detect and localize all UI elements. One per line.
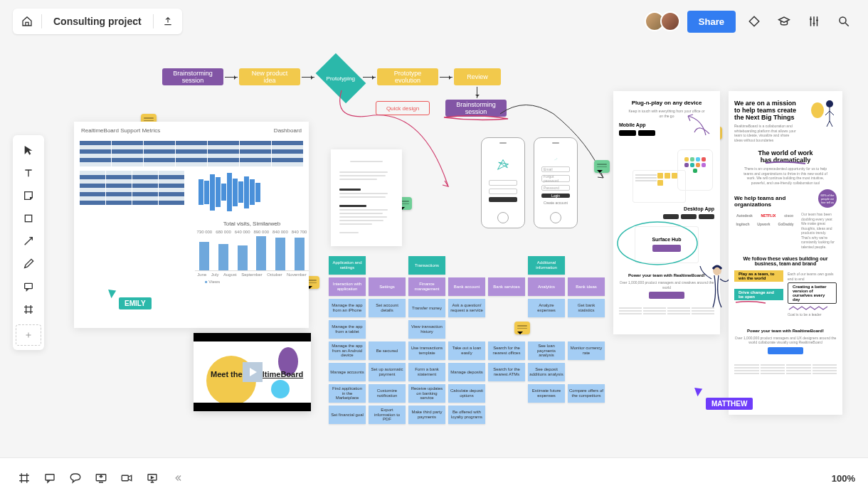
flow-node-evolution[interactable]: Prototype evolution	[377, 68, 438, 85]
svg-point-3	[618, 222, 697, 265]
sticky-note	[488, 384, 525, 403]
document-card[interactable]	[331, 149, 402, 246]
sticky-note[interactable]: Receive updates on banking service	[408, 384, 445, 403]
sticky-note[interactable]: Form a bank statement	[408, 363, 445, 381]
phone-mockup-left[interactable]	[481, 137, 525, 228]
play-icon[interactable]	[243, 362, 263, 382]
export-button[interactable]	[157, 10, 179, 33]
divider	[153, 14, 154, 28]
sticky-note[interactable]: Settings	[369, 277, 406, 296]
flow-arrow	[225, 77, 238, 78]
sticky-grid[interactable]: Application and settingsTransactionsAddi…	[329, 256, 605, 424]
sticky-note[interactable]: Transfer money	[408, 299, 445, 317]
sticky-note[interactable]: Export information to PDF	[369, 406, 406, 424]
sticky-note[interactable]: Monitor currency rate	[568, 341, 605, 360]
academy-button[interactable]	[773, 10, 795, 33]
sticky-note[interactable]: Be offered with loyalty programs	[448, 406, 485, 424]
brand-logos: AutodeskNETFLIXciscologitechUpworkGoDadd…	[734, 211, 795, 229]
web-text: RealtimeBoard is a collaboration and whi…	[734, 124, 798, 142]
sticky-note	[568, 406, 605, 424]
sticky-note[interactable]: Bank account	[448, 277, 485, 296]
canvas[interactable]: Brainstorming session New product idea P…	[0, 43, 868, 458]
sticky-note	[528, 406, 565, 424]
project-title[interactable]: Consulting project	[45, 16, 150, 27]
web-text: There is an unprecedented opportunity fo…	[743, 166, 828, 185]
frames-panel-button[interactable]	[13, 467, 36, 489]
sticky-note[interactable]: Customize notification	[369, 384, 406, 403]
sticky-note[interactable]: Take out a loan easily	[448, 341, 485, 360]
sticky-note[interactable]: Search for the nearest offices	[488, 341, 525, 360]
sticky-note[interactable]: Bank ideas	[568, 277, 605, 296]
dashboard-card[interactable]: RealtimeBoard Support Metrics Dashboard	[74, 122, 309, 328]
collaborator-avatars[interactable]	[649, 11, 680, 31]
sticky-note[interactable]: Calculate deposit options	[448, 384, 485, 403]
zoom-level[interactable]: 100%	[832, 473, 855, 484]
sticky-note[interactable]: See deposit additions analysis	[528, 363, 565, 381]
divider	[41, 14, 42, 28]
sticky-note[interactable]: Search for the nearest ATMs	[488, 363, 525, 381]
avatar[interactable]	[660, 11, 680, 31]
sticky-note[interactable]: Manage the app from a tablet	[329, 320, 366, 339]
share-button[interactable]: Share	[687, 11, 736, 33]
tag-button[interactable]	[743, 10, 766, 33]
comments-panel-button[interactable]	[38, 467, 61, 489]
sticky-note[interactable]: Be secured	[369, 341, 406, 360]
sticky-note[interactable]: Manage the app from an Android device	[329, 341, 366, 360]
sticky-note[interactable]: Set financial goal	[329, 406, 366, 424]
sticky-note[interactable]: Get bank statistics	[568, 299, 605, 317]
sticky-note[interactable]: Manage accounts	[329, 363, 366, 381]
phone-mockup-right[interactable]: Email Forgot password Password Login Cre…	[534, 137, 578, 228]
screen-share-button[interactable]	[90, 467, 112, 489]
circle-sketch-icon	[615, 218, 700, 269]
video-button[interactable]	[115, 467, 138, 489]
sticky-note[interactable]: Use transactions template	[408, 341, 445, 360]
bottom-tools	[13, 467, 189, 489]
flow-node-review[interactable]: Review	[454, 68, 501, 85]
sticky-note[interactable]: Interaction with application	[329, 277, 366, 296]
sticky-note[interactable]: View transaction history	[408, 320, 445, 339]
svg-point-5	[826, 100, 833, 107]
star-scribble-icon	[490, 158, 516, 174]
web-text: Each of our teams own goals end to end	[788, 272, 837, 281]
flow-node-idea[interactable]: New product idea	[239, 68, 300, 85]
cursor-label-emily: EMILY	[119, 297, 152, 309]
website-mockup-mission[interactable]: We are on a mission to help teams create…	[729, 91, 842, 415]
sticky-note[interactable]: Bank services	[488, 277, 525, 296]
sticky-note[interactable]: Application and settings	[329, 256, 366, 275]
sticky-note[interactable]: Analytics	[528, 277, 565, 296]
sticky-note[interactable]: Set account details	[369, 299, 406, 317]
web-heading: We are on a mission to help teams create…	[734, 100, 798, 121]
present-button[interactable]	[141, 467, 164, 489]
sticky-note[interactable]: Estimate future expenses	[528, 384, 565, 403]
comment-bubble[interactable]	[594, 160, 610, 173]
flow-arrow	[363, 77, 376, 78]
sticky-note[interactable]: See loan payments analysis	[528, 341, 565, 360]
flow-arrow	[302, 77, 314, 78]
sticky-note	[568, 256, 605, 275]
sticky-note[interactable]: Make third party payments	[408, 406, 445, 424]
website-mockup-apps[interactable]: Plug-n-play on any device Keep in touch …	[613, 91, 720, 334]
sticky-note	[448, 256, 485, 275]
sticky-note[interactable]: Manage deposits	[448, 363, 485, 381]
settings-button[interactable]	[803, 10, 825, 33]
sticky-note[interactable]: Manage the app from an iPhone	[329, 299, 366, 317]
video-icon	[120, 472, 133, 484]
sticky-note[interactable]: Ask a question/ request a service	[448, 299, 485, 317]
phone-field: Email	[541, 166, 570, 172]
sliders-icon	[808, 15, 820, 28]
sticky-note[interactable]: Compare offers of the competitors	[568, 384, 605, 403]
sticky-note[interactable]: Find application in the Marketplace	[329, 384, 366, 403]
phone-link: Create account	[544, 201, 568, 205]
home-button[interactable]	[16, 10, 38, 33]
video-thumbnail[interactable]: Meet the necaltimeBoard	[194, 333, 311, 411]
search-button[interactable]	[832, 10, 855, 33]
sticky-note[interactable]: Finance management	[408, 277, 445, 296]
flow-node-brainstorming[interactable]: Brainstorming session	[162, 68, 223, 85]
chat-button[interactable]	[64, 467, 87, 489]
sticky-note[interactable]: Transactions	[408, 256, 445, 275]
dashboard-table	[80, 141, 303, 166]
sticky-note[interactable]: Additional information	[528, 256, 565, 275]
collapse-button[interactable]	[166, 467, 189, 489]
sticky-note[interactable]: Analyze expenses	[528, 299, 565, 317]
sticky-note[interactable]: Set up automatic payment	[369, 363, 406, 381]
